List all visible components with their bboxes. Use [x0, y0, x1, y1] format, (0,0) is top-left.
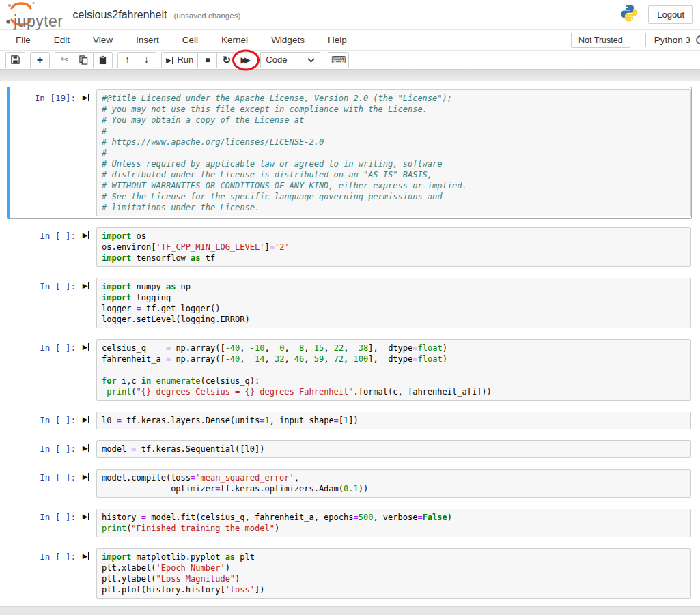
menu-item-help[interactable]: Help: [316, 31, 359, 49]
run-cell-marker[interactable]: ▶: [76, 412, 96, 429]
paste-icon: [98, 55, 107, 65]
code-line: l0 = tf.keras.layers.Dense(units=1, inpu…: [102, 415, 686, 426]
code-line: print("{} degrees Celsius = {} degrees F…: [102, 386, 686, 397]
cell-input-prompt: In [ ]:: [8, 227, 76, 267]
cell-input-prompt: In [ ]:: [8, 548, 76, 599]
run-cell-marker[interactable]: ▶: [76, 339, 96, 401]
code-cell[interactable]: In [19]:▶#@title Licensed under the Apac…: [7, 87, 692, 219]
step-forward-icon: ▶: [83, 552, 90, 560]
code-cell[interactable]: In [ ]:▶model.compile(loss='mean_squared…: [7, 466, 692, 500]
code-line: import logging: [102, 292, 686, 303]
code-cell[interactable]: In [ ]:▶celsius_q = np.array([-40, -10, …: [7, 337, 692, 403]
cell-code-editor[interactable]: history = model.fit(celsius_q, fahrenhei…: [96, 509, 691, 537]
menu-item-view[interactable]: View: [81, 31, 124, 49]
step-forward-icon: ▶: [83, 281, 90, 290]
code-line: plt.plot(history.history['loss']): [102, 584, 686, 595]
move-cell-down-button[interactable]: ↓: [137, 52, 156, 68]
restart-run-all-button[interactable]: ▶▶: [236, 52, 255, 68]
menu-item-kernel[interactable]: Kernel: [210, 31, 260, 49]
code-line: import matplotlib.pyplot as plt: [102, 552, 686, 562]
add-cell-button[interactable]: +: [30, 52, 50, 68]
code-line: # limitations under the License.: [102, 202, 686, 213]
scissors-icon: ✂: [61, 55, 69, 65]
code-line: plt.ylabel("Loss Magnitude"): [102, 573, 686, 584]
code-line: celsius_q = np.array([-40, -10, 0, 8, 15…: [102, 343, 686, 354]
run-cell-marker[interactable]: ▶: [76, 227, 96, 267]
cell-input-prompt: In [ ]:: [8, 469, 76, 498]
jupyter-logo[interactable]: jupyter: [5, 1, 64, 29]
run-button-label: Run: [177, 55, 193, 65]
command-palette-button[interactable]: ⌨: [328, 52, 349, 68]
cell-code-editor[interactable]: celsius_q = np.array([-40, -10, 0, 8, 15…: [96, 339, 691, 401]
step-forward-icon: ▶: [83, 231, 90, 240]
cell-input-prompt: In [ ]:: [8, 412, 76, 429]
arrow-down-icon: ↓: [144, 55, 149, 65]
step-forward-icon: ▶: [83, 444, 90, 453]
code-line: os.environ['TF_CPP_MIN_LOG_LEVEL']='2': [102, 242, 686, 253]
code-cell[interactable]: In [ ]:▶history = model.fit(celsius_q, f…: [7, 506, 692, 540]
python-logo-icon: [620, 4, 639, 25]
run-cell-marker[interactable]: ▶: [76, 509, 96, 537]
menu-item-edit[interactable]: Edit: [42, 31, 81, 49]
code-line: import tensorflow as tf: [102, 253, 686, 263]
menu-item-widgets[interactable]: Widgets: [260, 31, 316, 49]
arrow-up-icon: ↑: [125, 55, 130, 65]
menu-items: FileEditViewInsertCellKernelWidgetsHelp: [4, 31, 359, 49]
code-line: logger.setLevel(logging.ERROR): [102, 314, 686, 325]
not-trusted-badge[interactable]: Not Trusted: [571, 33, 630, 48]
code-line: #: [102, 147, 686, 158]
paste-cell-button[interactable]: [93, 52, 113, 68]
interrupt-kernel-button[interactable]: ■: [197, 52, 217, 68]
restart-kernel-button[interactable]: ↻: [216, 52, 236, 68]
code-cell[interactable]: In [ ]:▶import osos.environ['TF_CPP_MIN_…: [7, 225, 692, 270]
cell-code-editor[interactable]: model = tf.keras.Sequential([l0]): [96, 440, 691, 458]
code-line: # https://www.apache.org/licenses/LICENS…: [102, 137, 686, 147]
toolbar: +✂↑↓▶Run■↻▶▶Code⌨: [0, 51, 700, 69]
code-line: plt.xlabel('Epoch Number'): [102, 562, 686, 573]
run-cell-marker[interactable]: ▶: [76, 469, 96, 498]
menu-item-insert[interactable]: Insert: [124, 31, 171, 49]
notebook-title[interactable]: celsious2fahrenheit: [73, 9, 167, 21]
run-cell-marker[interactable]: ▶: [76, 89, 96, 216]
cell-code-editor[interactable]: import matplotlib.pyplot as pltplt.xlabe…: [96, 548, 691, 599]
menu-item-file[interactable]: File: [4, 31, 42, 49]
logout-button[interactable]: Logout: [648, 5, 693, 24]
cell-input-prompt: In [ ]:: [8, 440, 76, 458]
cell-type-dropdown[interactable]: Code: [260, 52, 320, 68]
run-cell-marker[interactable]: ▶: [76, 440, 96, 458]
cell-input-prompt: In [ ]:: [8, 509, 76, 537]
code-cell[interactable]: In [ ]:▶model = tf.keras.Sequential([l0]…: [7, 438, 692, 461]
code-line: import os: [102, 231, 686, 242]
save-button[interactable]: [5, 52, 25, 68]
code-line: #: [102, 126, 686, 137]
step-forward-icon: ▶: [166, 55, 173, 65]
header: jupyter celsious2fahrenheit (unsaved cha…: [0, 0, 700, 30]
code-line: for i,c in enumerate(celsius_q):: [102, 375, 686, 386]
jupyter-logo-text: jupyter: [14, 12, 64, 31]
cut-cell-button[interactable]: ✂: [55, 52, 74, 68]
code-line: fahrenheit_a = np.array([-40, 14, 32, 46…: [102, 354, 686, 364]
cell-code-editor[interactable]: model.compile(loss='mean_squared_error',…: [96, 469, 691, 498]
code-cell[interactable]: In [ ]:▶import numpy as npimport logging…: [7, 275, 692, 331]
run-button[interactable]: ▶Run: [161, 52, 198, 68]
code-line: print("Finished training the model"): [102, 523, 686, 534]
move-cell-up-button[interactable]: ↑: [117, 52, 137, 68]
run-cell-marker[interactable]: ▶: [76, 548, 96, 599]
menu-item-cell[interactable]: Cell: [171, 31, 210, 49]
copy-cell-button[interactable]: [74, 52, 94, 68]
cell-code-editor[interactable]: #@title Licensed under the Apache Licens…: [96, 89, 691, 216]
page-bottom-band: [0, 606, 700, 615]
run-cell-marker[interactable]: ▶: [76, 278, 96, 328]
copy-icon: [79, 55, 88, 65]
plus-icon: +: [37, 55, 43, 66]
code-cell[interactable]: In [ ]:▶import matplotlib.pyplot as pltp…: [7, 545, 692, 601]
cell-code-editor[interactable]: import osos.environ['TF_CPP_MIN_LOG_LEVE…: [96, 227, 691, 267]
step-forward-icon: ▶: [83, 512, 90, 521]
code-line: # WITHOUT WARRANTIES OR CONDITIONS OF AN…: [102, 180, 686, 191]
code-line: # See the License for the specific langu…: [102, 191, 686, 202]
code-cell[interactable]: In [ ]:▶l0 = tf.keras.layers.Dense(units…: [7, 409, 692, 432]
cell-code-editor[interactable]: import numpy as npimport logginglogger =…: [96, 278, 691, 328]
cell-code-editor[interactable]: l0 = tf.keras.layers.Dense(units=1, inpu…: [96, 412, 691, 429]
toolbar-button-group: ✂: [55, 52, 113, 68]
keyboard-icon: ⌨: [331, 54, 346, 66]
